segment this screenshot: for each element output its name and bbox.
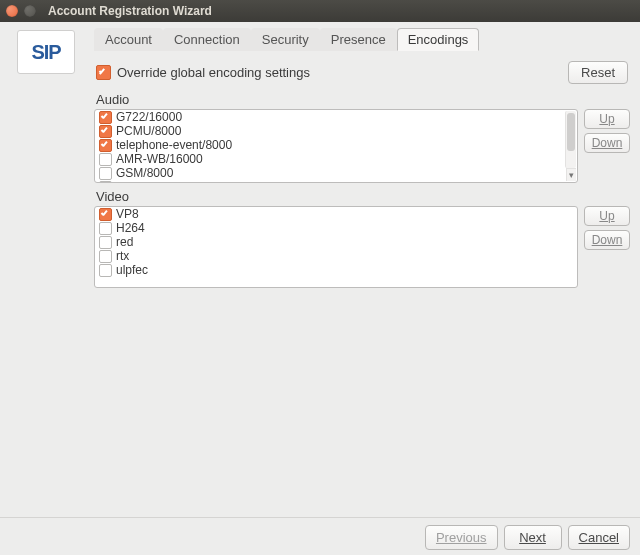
- tab-presence[interactable]: Presence: [320, 28, 397, 51]
- encoding-name: H264: [116, 221, 145, 235]
- previous-button[interactable]: Previous: [425, 525, 498, 550]
- cancel-button[interactable]: Cancel: [568, 525, 630, 550]
- content-area: Account Connection Security Presence Enc…: [92, 22, 640, 517]
- audio-encodings-list[interactable]: ▾ G722/16000PCMU/8000telephone-event/800…: [94, 109, 578, 183]
- encoding-checkbox[interactable]: [99, 111, 112, 124]
- encoding-item[interactable]: H264: [95, 221, 577, 235]
- override-row: Override global encoding settings Reset: [96, 61, 628, 84]
- tab-security[interactable]: Security: [251, 28, 320, 51]
- scroll-down-icon[interactable]: ▾: [566, 168, 576, 181]
- audio-group: ▾ G722/16000PCMU/8000telephone-event/800…: [94, 109, 630, 183]
- protocol-panel: SIP: [0, 22, 92, 517]
- tab-encodings[interactable]: Encodings: [397, 28, 480, 51]
- window-title: Account Registration Wizard: [48, 4, 212, 18]
- tab-account[interactable]: Account: [94, 28, 163, 51]
- encoding-checkbox[interactable]: [99, 208, 112, 221]
- audio-scrollbar-thumb[interactable]: [567, 113, 575, 151]
- encoding-item[interactable]: VP8: [95, 207, 577, 221]
- audio-scrollbar[interactable]: ▾: [565, 111, 576, 168]
- tab-connection[interactable]: Connection: [163, 28, 251, 51]
- video-group: VP8H264redrtxulpfec Up Down: [94, 206, 630, 288]
- encoding-name: PCMU/8000: [116, 124, 181, 138]
- encoding-item[interactable]: telephone-event/8000: [95, 138, 577, 152]
- encoding-item[interactable]: rtx: [95, 249, 577, 263]
- encoding-checkbox[interactable]: [99, 167, 112, 180]
- video-up-button[interactable]: Up: [584, 206, 630, 226]
- audio-order-buttons: Up Down: [584, 109, 630, 153]
- encoding-item[interactable]: GSM/8000: [95, 166, 577, 180]
- encoding-name: telephone-event/8000: [116, 138, 232, 152]
- audio-down-button[interactable]: Down: [584, 133, 630, 153]
- window-close-icon[interactable]: [6, 5, 18, 17]
- encoding-item[interactable]: AMR-WB/16000: [95, 152, 577, 166]
- encoding-item[interactable]: red: [95, 235, 577, 249]
- protocol-badge: SIP: [17, 30, 75, 74]
- override-label: Override global encoding settings: [117, 65, 310, 80]
- titlebar: Account Registration Wizard: [0, 0, 640, 22]
- encoding-checkbox[interactable]: [99, 139, 112, 152]
- encoding-name: GSM/8000: [116, 166, 173, 180]
- video-encodings-list[interactable]: VP8H264redrtxulpfec: [94, 206, 578, 288]
- encoding-name: red: [116, 235, 133, 249]
- encoding-name: VP8: [116, 207, 139, 221]
- encoding-item[interactable]: ulpfec: [95, 263, 577, 277]
- override-checkbox[interactable]: [96, 65, 111, 80]
- next-button[interactable]: Next: [504, 525, 562, 550]
- video-section-label: Video: [96, 189, 630, 204]
- encoding-name: G722/16000: [116, 110, 182, 124]
- encoding-name: ulpfec: [116, 263, 148, 277]
- encoding-checkbox[interactable]: [99, 125, 112, 138]
- audio-section-label: Audio: [96, 92, 630, 107]
- encoding-name: rtx: [116, 249, 129, 263]
- reset-button[interactable]: Reset: [568, 61, 628, 84]
- encoding-checkbox[interactable]: [99, 264, 112, 277]
- encoding-name: AMR-WB/16000: [116, 152, 203, 166]
- encoding-checkbox[interactable]: [99, 222, 112, 235]
- protocol-label: SIP: [31, 41, 60, 64]
- encoding-name: iLBC/8000: [116, 180, 172, 183]
- video-down-button[interactable]: Down: [584, 230, 630, 250]
- video-order-buttons: Up Down: [584, 206, 630, 250]
- encoding-checkbox[interactable]: [99, 181, 112, 184]
- encoding-item[interactable]: PCMU/8000: [95, 124, 577, 138]
- encoding-item[interactable]: iLBC/8000: [95, 180, 577, 183]
- window-minimize-icon[interactable]: [24, 5, 36, 17]
- encoding-checkbox[interactable]: [99, 250, 112, 263]
- wizard-footer: Previous Next Cancel: [0, 517, 640, 555]
- tabbar: Account Connection Security Presence Enc…: [94, 28, 630, 51]
- audio-up-button[interactable]: Up: [584, 109, 630, 129]
- encoding-item[interactable]: G722/16000: [95, 110, 577, 124]
- encoding-checkbox[interactable]: [99, 153, 112, 166]
- encoding-checkbox[interactable]: [99, 236, 112, 249]
